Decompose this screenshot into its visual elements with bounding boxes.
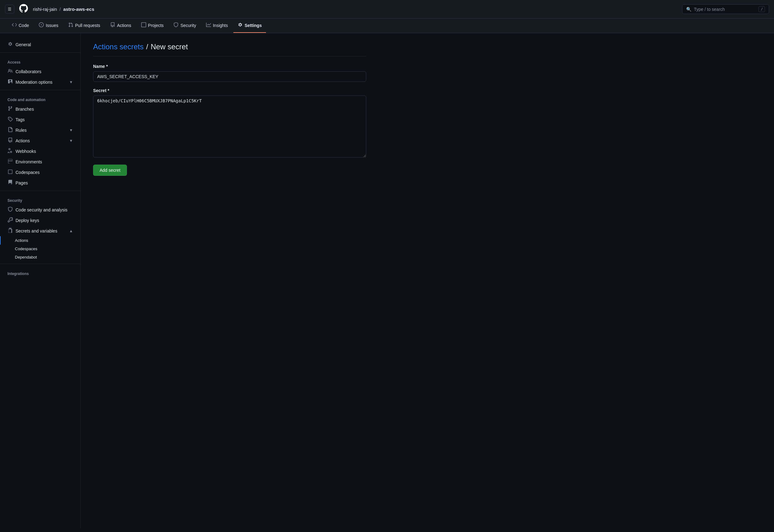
tags-label: Tags [16, 117, 73, 122]
sidebar-sub-codespaces-label: Codespaces [15, 246, 37, 251]
sidebar-divider-4 [0, 264, 80, 264]
sidebar-item-environments[interactable]: Environments [0, 157, 80, 167]
code-icon [12, 22, 17, 29]
sidebar-section-integrations: Integrations [0, 267, 80, 278]
collaborators-icon [7, 69, 13, 75]
deploy-keys-icon [7, 217, 13, 224]
breadcrumb-repo[interactable]: astro-aws-ecs [63, 7, 94, 12]
sidebar-item-collaborators[interactable]: Collaborators [0, 66, 80, 77]
breadcrumb-link[interactable]: Actions secrets [93, 42, 144, 51]
tab-settings[interactable]: Settings [234, 19, 266, 33]
tab-insights-label: Insights [213, 23, 228, 28]
environments-label: Environments [16, 159, 73, 164]
tab-issues[interactable]: Issues [34, 19, 62, 33]
hamburger-icon: ☰ [8, 7, 11, 11]
name-input[interactable] [93, 71, 366, 82]
secrets-chevron: ▲ [69, 229, 73, 233]
codespaces-label: Codespaces [16, 170, 73, 175]
settings-icon [238, 22, 243, 29]
search-placeholder: Type / to search [694, 7, 725, 12]
secrets-icon [7, 228, 13, 234]
sidebar-item-deploy-keys[interactable]: Deploy keys [0, 215, 80, 226]
webhooks-label: Webhooks [16, 149, 73, 154]
tab-insights[interactable]: Insights [202, 19, 232, 33]
environments-icon [7, 159, 13, 165]
top-nav: ☰ rishi-raj-jain / astro-aws-ecs 🔍 Type … [0, 0, 774, 19]
actions-sidebar-icon [7, 138, 13, 144]
pages-label: Pages [16, 180, 73, 185]
secret-textarea[interactable]: 6khocjeb/CIuYPlH06C5BMUXJB7PNAgaLp1C5KrT [93, 95, 366, 157]
page-header: Actions secrets / New secret [93, 42, 366, 56]
moderation-chevron: ▼ [69, 80, 73, 84]
sidebar-item-branches[interactable]: Branches [0, 104, 80, 114]
tab-code[interactable]: Code [7, 19, 33, 33]
sidebar-item-pages[interactable]: Pages [0, 178, 80, 188]
tab-pulls-label: Pull requests [75, 23, 100, 28]
search-icon: 🔍 [686, 7, 692, 12]
sidebar-sub-actions-label: Actions [15, 238, 28, 243]
rules-label: Rules [16, 128, 67, 133]
repo-nav: Code Issues Pull requests Actions Projec… [0, 19, 774, 33]
rules-chevron: ▼ [69, 128, 73, 132]
main-layout: General Access Collaborators Moderation … [0, 33, 774, 528]
sidebar-sub-dependabot-label: Dependabot [15, 255, 37, 259]
page-title: New secret [150, 42, 188, 51]
sidebar-divider-2 [0, 90, 80, 90]
tab-projects[interactable]: Projects [137, 19, 168, 33]
tab-settings-label: Settings [245, 23, 262, 28]
sidebar-item-actions[interactable]: Actions ▼ [0, 135, 80, 146]
page-header-sep: / [146, 42, 148, 51]
pages-icon [7, 180, 13, 186]
security-icon [173, 22, 178, 29]
tags-icon [7, 117, 13, 123]
sidebar-general-label: General [16, 42, 73, 47]
sidebar-section-code-automation: Code and automation [0, 93, 80, 104]
sidebar-item-webhooks[interactable]: Webhooks [0, 146, 80, 157]
sidebar-divider-3 [0, 191, 80, 191]
tab-code-label: Code [19, 23, 29, 28]
webhooks-icon [7, 148, 13, 154]
github-logo [19, 4, 28, 15]
breadcrumb-user[interactable]: rishi-raj-jain [33, 7, 57, 12]
sidebar-item-codespaces[interactable]: Codespaces [0, 167, 80, 178]
actions-chevron: ▼ [69, 139, 73, 143]
rules-icon [7, 127, 13, 133]
tab-actions[interactable]: Actions [106, 19, 136, 33]
main-content: Actions secrets / New secret Name * Secr… [81, 33, 379, 528]
sidebar-section-security: Security [0, 193, 80, 205]
sidebar-item-secrets-variables[interactable]: Secrets and variables ▲ [0, 226, 80, 236]
branches-label: Branches [16, 107, 73, 112]
tab-issues-label: Issues [46, 23, 58, 28]
name-group: Name * [93, 64, 366, 82]
secret-label: Secret * [93, 88, 366, 93]
tab-pulls[interactable]: Pull requests [64, 19, 104, 33]
tab-security[interactable]: Security [169, 19, 201, 33]
tab-projects-label: Projects [148, 23, 164, 28]
sidebar-item-moderation[interactable]: Moderation options ▼ [0, 77, 80, 87]
sidebar-divider-1 [0, 52, 80, 53]
breadcrumb-separator: / [60, 7, 61, 12]
pulls-icon [68, 22, 73, 29]
code-security-icon [7, 207, 13, 213]
hamburger-button[interactable]: ☰ [5, 5, 14, 14]
secret-group: Secret * 6khocjeb/CIuYPlH06C5BMUXJB7PNAg… [93, 88, 366, 158]
actions-icon [110, 22, 115, 29]
tab-security-label: Security [180, 23, 196, 28]
sidebar-section-access: Access [0, 55, 80, 66]
sidebar-sub-dependabot[interactable]: Dependabot [0, 253, 80, 261]
sidebar-item-code-security[interactable]: Code security and analysis [0, 205, 80, 215]
sidebar-sub-codespaces[interactable]: Codespaces [0, 245, 80, 253]
sidebar-sub-actions[interactable]: Actions [0, 236, 80, 245]
secrets-variables-label: Secrets and variables [16, 228, 67, 233]
general-icon [7, 42, 13, 48]
tab-actions-label: Actions [117, 23, 131, 28]
codespaces-icon [7, 169, 13, 175]
search-bar[interactable]: 🔍 Type / to search / [682, 4, 769, 14]
sidebar-item-rules[interactable]: Rules ▼ [0, 125, 80, 135]
sidebar: General Access Collaborators Moderation … [0, 33, 81, 528]
sidebar-item-tags[interactable]: Tags [0, 114, 80, 125]
sidebar-item-general[interactable]: General [0, 39, 80, 50]
add-secret-button[interactable]: Add secret [93, 165, 127, 176]
moderation-icon [7, 79, 13, 85]
insights-icon [206, 22, 211, 29]
